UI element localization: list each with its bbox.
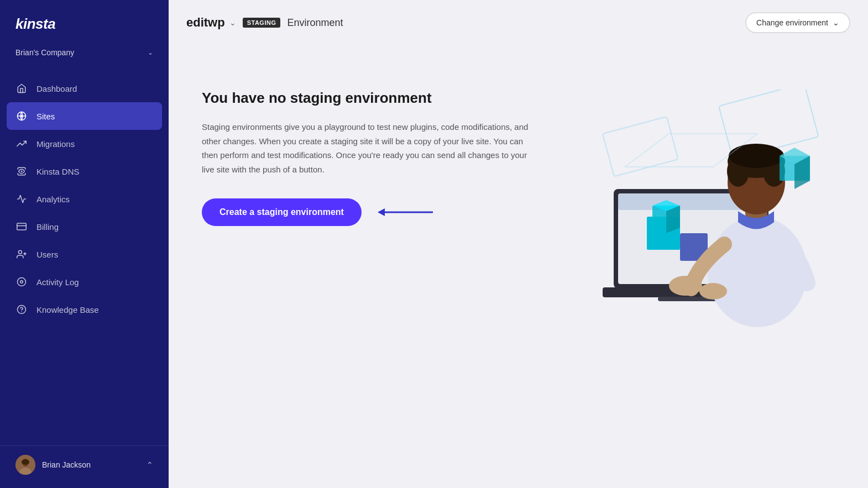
- svg-rect-1: [17, 223, 27, 230]
- dns-icon: [15, 165, 28, 177]
- svg-rect-17: [603, 117, 678, 176]
- sidebar-item-label: Migrations: [36, 139, 75, 149]
- sidebar-item-label: Kinsta DNS: [36, 167, 80, 176]
- create-staging-button[interactable]: Create a staging environment: [202, 198, 362, 226]
- user-info[interactable]: Brian Jackson: [15, 455, 91, 475]
- site-name: editwp: [186, 15, 225, 30]
- sidebar-item-label: Users: [36, 250, 58, 259]
- change-env-label: Change environment: [756, 18, 828, 27]
- sidebar-item-activity-log[interactable]: Activity Log: [0, 268, 169, 296]
- sites-icon: [15, 110, 28, 122]
- sidebar-item-sites[interactable]: Sites: [7, 102, 162, 130]
- create-staging-section: Create a staging environment: [202, 198, 534, 226]
- no-staging-title: You have no staging environment: [202, 90, 534, 107]
- migrations-icon: [15, 138, 28, 150]
- site-dropdown[interactable]: editwp ⌄: [186, 15, 236, 30]
- user-name: Brian Jackson: [42, 460, 91, 469]
- header-left: editwp ⌄ STAGING Environment: [186, 15, 343, 30]
- arrow-indicator: [375, 204, 436, 221]
- content-area: You have no staging environment Staging …: [169, 45, 868, 488]
- activity-icon: [15, 276, 28, 288]
- chevron-down-icon: ⌄: [229, 18, 236, 27]
- svg-point-3: [18, 250, 22, 254]
- no-staging-description: Staging environments give you a playgrou…: [202, 120, 534, 176]
- staging-badge: STAGING: [243, 18, 281, 28]
- sidebar-item-label: Billing: [36, 222, 59, 232]
- users-icon: [15, 248, 28, 260]
- analytics-icon: [15, 193, 28, 205]
- sidebar-item-label: Knowledge Base: [36, 305, 99, 314]
- sidebar: kinsta Brian's Company ⌄ Dashboard: [0, 0, 169, 488]
- sidebar-item-label: Sites: [36, 112, 55, 121]
- main-content: editwp ⌄ STAGING Environment Change envi…: [169, 0, 868, 488]
- svg-point-29: [708, 217, 807, 327]
- page-header: editwp ⌄ STAGING Environment Change envi…: [169, 0, 868, 45]
- sidebar-footer: Brian Jackson ⌃: [0, 445, 169, 488]
- logo: kinsta: [15, 15, 153, 33]
- company-name: Brian's Company: [15, 48, 74, 57]
- svg-point-35: [729, 144, 784, 168]
- knowledge-icon: [15, 303, 28, 316]
- sidebar-item-label: Dashboard: [36, 84, 77, 93]
- svg-marker-15: [378, 208, 385, 216]
- sidebar-item-users[interactable]: Users: [0, 240, 169, 268]
- svg-point-37: [699, 283, 727, 300]
- sidebar-nav: Dashboard Sites Migrations: [0, 70, 169, 445]
- company-selector[interactable]: Brian's Company ⌄: [0, 44, 169, 70]
- sidebar-item-label: Activity Log: [36, 277, 79, 287]
- svg-point-7: [20, 281, 23, 284]
- content-left: You have no staging environment Staging …: [202, 78, 534, 226]
- change-environment-button[interactable]: Change environment ⌄: [745, 12, 850, 33]
- logo-area: kinsta: [0, 0, 169, 44]
- svg-point-6: [18, 278, 26, 286]
- svg-point-13: [22, 459, 29, 465]
- sidebar-item-knowledge-base[interactable]: Knowledge Base: [0, 296, 169, 323]
- environment-label: Environment: [287, 17, 343, 29]
- chevron-down-icon: ⌄: [148, 49, 153, 56]
- home-icon: [15, 82, 28, 95]
- svg-line-42: [625, 134, 669, 167]
- avatar: [15, 455, 35, 475]
- sidebar-item-billing[interactable]: Billing: [0, 213, 169, 240]
- sidebar-item-analytics[interactable]: Analytics: [0, 185, 169, 213]
- chevron-down-icon: ⌄: [833, 18, 839, 27]
- sidebar-item-dashboard[interactable]: Dashboard: [0, 75, 169, 102]
- svg-point-36: [669, 276, 702, 296]
- sidebar-item-migrations[interactable]: Migrations: [0, 130, 169, 158]
- chevron-up-icon: ⌃: [147, 460, 153, 469]
- sidebar-item-label: Analytics: [36, 195, 70, 204]
- billing-icon: [15, 221, 28, 233]
- illustration: [569, 90, 846, 327]
- sidebar-item-kinsta-dns[interactable]: Kinsta DNS: [0, 158, 169, 185]
